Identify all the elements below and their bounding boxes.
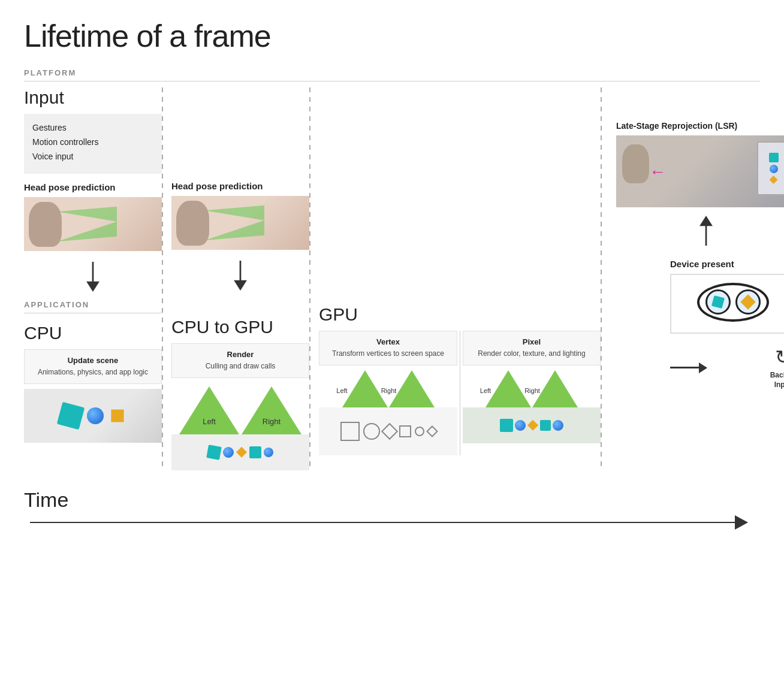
time-arrow — [30, 515, 748, 530]
lsr-arrow: ← — [649, 162, 666, 182]
vertex-right-label: Right — [378, 387, 400, 394]
cpu-objects-preview — [24, 389, 162, 443]
update-scene-box: Update scene Animations, physics, and ap… — [24, 349, 162, 384]
px-obj-2 — [515, 420, 526, 431]
gpu-label: GPU — [319, 304, 601, 325]
render-obj-sphere — [223, 447, 234, 458]
render-obj-teal2 — [249, 446, 261, 458]
divider-3 — [601, 87, 602, 470]
back-to-input-label: Back toInput — [770, 371, 784, 389]
cpu-label: CPU — [24, 323, 162, 343]
pixel-box: Pixel Render color, texture, and lightin… — [463, 331, 601, 365]
device-present-section: Device present ↻ — [670, 259, 784, 389]
wire-cube-1 — [340, 422, 360, 441]
gpu-section: Vertex Transform vertices to screen spac… — [319, 331, 601, 455]
lsr-head-figure — [622, 144, 649, 183]
render-tri-left: Left — [179, 386, 239, 434]
render-box: Render Culling and draw calls — [171, 343, 309, 378]
render-obj-cube — [206, 445, 221, 460]
divider-1 — [162, 87, 163, 470]
wire-sphere-1 — [363, 423, 380, 440]
back-to-input: ↻ Back toInput — [764, 346, 784, 389]
vr-goggles — [697, 283, 769, 325]
voice-label: Voice input — [32, 150, 153, 164]
time-arrow-line — [30, 522, 735, 523]
gesture-label: Gestures — [32, 121, 153, 135]
pixel-tri-right: Right — [532, 370, 578, 407]
px-obj-1 — [500, 419, 513, 432]
input-box: Gestures Motion controllers Voice input — [24, 114, 162, 174]
lsr-title: Late-Stage Reprojection (LSR) — [616, 121, 784, 131]
wire-diamond-2 — [426, 425, 438, 437]
lsr-image: ← — [616, 135, 784, 207]
motion-label: Motion controllers — [32, 135, 153, 150]
col-input-cpu: Input Gestures Motion controllers Voice … — [24, 87, 162, 470]
render-left-label: Left — [203, 417, 216, 426]
head-pose-img-2 — [171, 196, 309, 250]
time-label: Time — [24, 488, 760, 512]
update-scene-desc: Animations, physics, and app logic — [32, 367, 154, 377]
svg-marker-3 — [234, 280, 247, 291]
px-obj-5 — [553, 420, 563, 431]
gpu-vertex-col: Vertex Transform vertices to screen spac… — [319, 331, 460, 455]
render-obj-sphere2 — [264, 448, 273, 457]
svg-marker-5 — [699, 216, 713, 226]
pixel-color-objects — [463, 407, 601, 443]
circular-arrow-icon: ↻ — [775, 346, 784, 368]
arrow-up-lsr — [616, 207, 784, 254]
head-pose-title-2: Head pose prediction — [171, 181, 309, 191]
arrow-down-2 — [171, 252, 309, 299]
head-pose-img-1 — [24, 197, 162, 251]
lens-left — [705, 289, 731, 315]
pixel-desc: Render color, texture, and lighting — [471, 349, 593, 359]
wire-cube-2 — [399, 425, 411, 437]
time-arrow-head — [735, 515, 748, 530]
vertex-wire-objects — [319, 407, 457, 455]
vertex-triangles: Left Right — [319, 370, 457, 407]
goggles-diamond — [740, 294, 755, 309]
update-scene-title: Update scene — [32, 356, 154, 365]
arrow-right-line — [670, 367, 706, 368]
diamond-yellow — [105, 403, 130, 428]
time-section: Time — [24, 482, 760, 530]
render-obj-diamond — [236, 447, 247, 458]
render-title: Render — [179, 350, 301, 359]
lsr-shape-3 — [770, 176, 778, 184]
col-cpu-to-gpu: Head pose prediction CPU to GPU Render C… — [171, 87, 309, 470]
cube-teal — [57, 402, 85, 430]
col-lsr-device: Late-Stage Reprojection (LSR) ← Device p… — [610, 87, 784, 470]
render-triangles: Left Right — [171, 386, 309, 434]
svg-marker-1 — [86, 282, 99, 292]
render-desc: Culling and draw calls — [179, 361, 301, 371]
render-right-label: Right — [263, 417, 281, 426]
vertex-left-label: Left — [331, 387, 353, 394]
pixel-right-label: Right — [521, 387, 543, 394]
wire-sphere-2 — [415, 427, 424, 436]
render-objects — [171, 434, 309, 470]
vertex-title: Vertex — [327, 337, 450, 346]
sphere-blue — [87, 407, 104, 424]
pixel-left-label: Left — [475, 387, 496, 394]
col-gpu: GPU Vertex Transform vertices to screen … — [319, 87, 601, 470]
page-title: Lifetime of a frame — [24, 18, 760, 54]
pixel-triangles: Left Right — [463, 370, 601, 407]
vertex-box: Vertex Transform vertices to screen spac… — [319, 331, 457, 365]
vertex-desc: Transform vertices to screen space — [327, 349, 450, 359]
device-present-title: Device present — [670, 259, 784, 269]
device-present-img — [670, 274, 784, 334]
render-tri-right: Right — [242, 386, 301, 434]
px-obj-4 — [540, 420, 551, 431]
gpu-pixel-col: Pixel Render color, texture, and lightin… — [460, 331, 601, 455]
arrow-right-device — [670, 367, 758, 368]
arrow-down-1 — [24, 253, 162, 300]
lsr-shape-2 — [770, 165, 778, 173]
lens-right — [735, 289, 761, 315]
application-label: APPLICATION — [24, 300, 162, 309]
divider-2 — [309, 87, 310, 470]
goggles-cube — [711, 295, 725, 309]
px-obj-3 — [527, 420, 538, 431]
device-arrows-row: ↻ Back toInput — [670, 346, 784, 389]
lsr-panel — [757, 141, 784, 195]
lsr-shape-1 — [769, 153, 779, 162]
head-pose-title-1: Head pose prediction — [24, 182, 162, 192]
